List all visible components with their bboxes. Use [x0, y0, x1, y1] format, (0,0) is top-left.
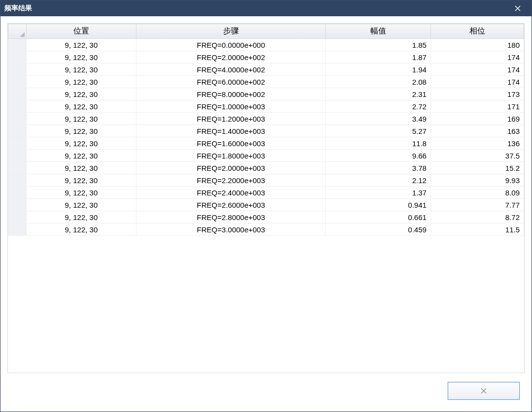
cell-amplitude[interactable]: 2.12	[326, 174, 431, 187]
cell-position[interactable]: 9, 122, 30	[26, 162, 136, 174]
cell-step[interactable]: FREQ=2.4000e+003	[136, 187, 326, 199]
cell-phase[interactable]: 11.5	[431, 223, 524, 236]
row-header[interactable]	[8, 199, 27, 211]
cell-amplitude[interactable]: 2.72	[326, 100, 431, 113]
row-header[interactable]	[8, 113, 27, 125]
table-row[interactable]: 9, 122, 30FREQ=1.4000e+0035.27163	[8, 125, 524, 137]
cell-step[interactable]: FREQ=1.0000e+003	[136, 100, 326, 113]
cell-position[interactable]: 9, 122, 30	[26, 51, 136, 63]
table-row[interactable]: 9, 122, 30FREQ=8.0000e+0022.31173	[8, 88, 524, 100]
titlebar-close-button[interactable]	[508, 0, 528, 16]
cell-amplitude[interactable]: 1.94	[326, 63, 431, 76]
cell-position[interactable]: 9, 122, 30	[26, 100, 136, 113]
close-button[interactable]	[448, 382, 520, 400]
row-header[interactable]	[8, 88, 27, 100]
cell-phase[interactable]: 174	[431, 63, 524, 76]
cell-step[interactable]: FREQ=2.8000e+003	[136, 211, 326, 223]
cell-phase[interactable]: 8.09	[431, 187, 524, 199]
col-header-amplitude[interactable]: 幅值	[326, 24, 431, 39]
col-header-phase[interactable]: 相位	[431, 24, 524, 39]
table-row[interactable]: 9, 122, 30FREQ=2.0000e+0033.7815.2	[8, 162, 524, 174]
cell-step[interactable]: FREQ=0.0000e+000	[136, 39, 326, 51]
cell-step[interactable]: FREQ=2.2000e+003	[136, 174, 326, 187]
cell-step[interactable]: FREQ=2.0000e+003	[136, 162, 326, 174]
cell-step[interactable]: FREQ=1.6000e+003	[136, 137, 326, 150]
table-row[interactable]: 9, 122, 30FREQ=0.0000e+0001.85180	[8, 39, 524, 51]
cell-amplitude[interactable]: 3.78	[326, 162, 431, 174]
table-row[interactable]: 9, 122, 30FREQ=4.0000e+0021.94174	[8, 63, 524, 76]
cell-position[interactable]: 9, 122, 30	[26, 174, 136, 187]
row-header[interactable]	[8, 76, 27, 88]
cell-phase[interactable]: 174	[431, 51, 524, 63]
cell-step[interactable]: FREQ=1.4000e+003	[136, 125, 326, 137]
cell-amplitude[interactable]: 3.49	[326, 113, 431, 125]
row-header[interactable]	[8, 100, 27, 113]
table-row[interactable]: 9, 122, 30FREQ=3.0000e+0030.45911.5	[8, 223, 524, 236]
table-row[interactable]: 9, 122, 30FREQ=6.0000e+0022.08174	[8, 76, 524, 88]
table-row[interactable]: 9, 122, 30FREQ=1.0000e+0032.72171	[8, 100, 524, 113]
table-row[interactable]: 9, 122, 30FREQ=2.6000e+0030.9417.77	[8, 199, 524, 211]
cell-position[interactable]: 9, 122, 30	[26, 39, 136, 51]
cell-position[interactable]: 9, 122, 30	[26, 137, 136, 150]
cell-phase[interactable]: 9.93	[431, 174, 524, 187]
cell-amplitude[interactable]: 1.87	[326, 51, 431, 63]
cell-step[interactable]: FREQ=1.2000e+003	[136, 113, 326, 125]
table-row[interactable]: 9, 122, 30FREQ=2.2000e+0032.129.93	[8, 174, 524, 187]
row-header[interactable]	[8, 174, 27, 187]
cell-phase[interactable]: 169	[431, 113, 524, 125]
cell-step[interactable]: FREQ=3.0000e+003	[136, 223, 326, 236]
select-all-corner[interactable]	[8, 24, 27, 39]
table-row[interactable]: 9, 122, 30FREQ=2.4000e+0031.378.09	[8, 187, 524, 199]
col-header-step[interactable]: 步骤	[136, 24, 326, 39]
cell-phase[interactable]: 173	[431, 88, 524, 100]
row-header[interactable]	[8, 223, 27, 236]
cell-amplitude[interactable]: 0.941	[326, 199, 431, 211]
cell-position[interactable]: 9, 122, 30	[26, 125, 136, 137]
row-header[interactable]	[8, 137, 27, 150]
cell-step[interactable]: FREQ=2.6000e+003	[136, 199, 326, 211]
cell-amplitude[interactable]: 5.27	[326, 125, 431, 137]
cell-position[interactable]: 9, 122, 30	[26, 150, 136, 162]
cell-phase[interactable]: 37.5	[431, 150, 524, 162]
cell-step[interactable]: FREQ=1.8000e+003	[136, 150, 326, 162]
row-header[interactable]	[8, 211, 27, 223]
table-row[interactable]: 9, 122, 30FREQ=2.8000e+0030.6618.72	[8, 211, 524, 223]
cell-step[interactable]: FREQ=8.0000e+002	[136, 88, 326, 100]
cell-position[interactable]: 9, 122, 30	[26, 199, 136, 211]
row-header[interactable]	[8, 162, 27, 174]
cell-phase[interactable]: 174	[431, 76, 524, 88]
table-row[interactable]: 9, 122, 30FREQ=2.0000e+0021.87174	[8, 51, 524, 63]
cell-amplitude[interactable]: 2.08	[326, 76, 431, 88]
cell-position[interactable]: 9, 122, 30	[26, 187, 136, 199]
cell-phase[interactable]: 163	[431, 125, 524, 137]
row-header[interactable]	[8, 125, 27, 137]
cell-step[interactable]: FREQ=6.0000e+002	[136, 76, 326, 88]
results-table[interactable]: 位置 步骤 幅值 相位 9, 122, 30FREQ=0.0000e+0001.…	[8, 24, 524, 236]
cell-position[interactable]: 9, 122, 30	[26, 76, 136, 88]
cell-amplitude[interactable]: 1.37	[326, 187, 431, 199]
col-header-position[interactable]: 位置	[26, 24, 136, 39]
cell-phase[interactable]: 7.77	[431, 199, 524, 211]
cell-phase[interactable]: 136	[431, 137, 524, 150]
cell-position[interactable]: 9, 122, 30	[26, 223, 136, 236]
title-bar[interactable]: 频率结果	[0, 0, 532, 16]
row-header[interactable]	[8, 150, 27, 162]
cell-position[interactable]: 9, 122, 30	[26, 113, 136, 125]
row-header[interactable]	[8, 63, 27, 76]
row-header[interactable]	[8, 51, 27, 63]
cell-amplitude[interactable]: 9.66	[326, 150, 431, 162]
cell-step[interactable]: FREQ=2.0000e+002	[136, 51, 326, 63]
cell-position[interactable]: 9, 122, 30	[26, 63, 136, 76]
cell-phase[interactable]: 8.72	[431, 211, 524, 223]
cell-step[interactable]: FREQ=4.0000e+002	[136, 63, 326, 76]
cell-amplitude[interactable]: 2.31	[326, 88, 431, 100]
table-row[interactable]: 9, 122, 30FREQ=1.6000e+00311.8136	[8, 137, 524, 150]
cell-amplitude[interactable]: 0.459	[326, 223, 431, 236]
cell-phase[interactable]: 180	[431, 39, 524, 51]
cell-phase[interactable]: 171	[431, 100, 524, 113]
table-row[interactable]: 9, 122, 30FREQ=1.8000e+0039.6637.5	[8, 150, 524, 162]
cell-position[interactable]: 9, 122, 30	[26, 88, 136, 100]
table-row[interactable]: 9, 122, 30FREQ=1.2000e+0033.49169	[8, 113, 524, 125]
row-header[interactable]	[8, 39, 27, 51]
cell-amplitude[interactable]: 11.8	[326, 137, 431, 150]
